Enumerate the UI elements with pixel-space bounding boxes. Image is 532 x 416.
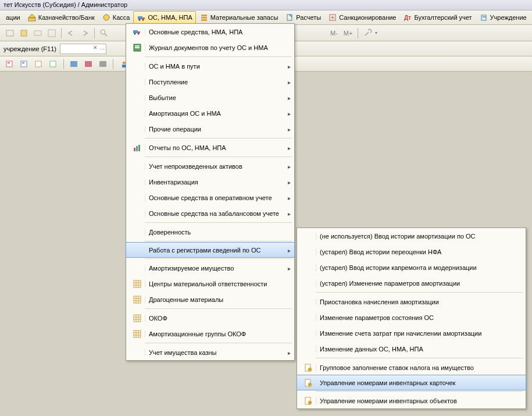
dropdown-arrow[interactable]: ▾ [375, 30, 377, 35]
icon-d[interactable] [47, 58, 60, 70]
submenu-item-8[interactable]: Групповое заполнение ставок налога на им… [297, 360, 526, 375]
icon-b[interactable] [18, 58, 31, 70]
menu-divider [145, 308, 292, 309]
submenu-arrow-icon [283, 163, 291, 170]
dropdown-item-2[interactable]: ОС и НМА в пути [126, 58, 294, 74]
dropdown-item-16[interactable]: Драгоценные материалы [126, 291, 294, 307]
dropdown-item-label: Журнал документов по учету ОС и НМА [145, 44, 291, 51]
svg-rect-8 [201, 19, 207, 21]
submenu-item-2[interactable]: (устарел) Ввод истории капремонта и моде… [297, 259, 526, 275]
tool-2[interactable] [17, 27, 30, 40]
submenu-item-10[interactable]: Управление номерами инвентарных объектов [297, 393, 526, 408]
sanction-icon [328, 13, 337, 22]
dropdown-item-label: Учет непроизведенных активов [145, 163, 283, 170]
icon-e[interactable] [67, 58, 80, 70]
svg-point-35 [138, 33, 140, 34]
dropdown-item-label: Основные средства в оперативном учете [145, 194, 283, 201]
submenu-item-3[interactable]: (устарел) Изменение параметров амортизац… [297, 275, 526, 291]
menu-item-sanction[interactable]: Санкционирование [324, 11, 399, 24]
tool-4[interactable] [45, 27, 58, 40]
submenu-arrow-icon [283, 144, 291, 151]
dropdown-item-14[interactable]: Амортизируемое имущество [126, 260, 294, 276]
tool-3[interactable] [31, 27, 44, 40]
stack-icon [199, 13, 209, 22]
dropdown-item-4[interactable]: Выбытие [126, 90, 294, 105]
icon-f[interactable] [82, 58, 95, 70]
dropdown-item-0[interactable]: Основные средства, НМА, НПА [126, 24, 294, 40]
submenu-item-0[interactable]: (не используется) Ввод истории амортизац… [297, 228, 526, 244]
submenu-arrow-icon [283, 179, 291, 186]
submenu-arrow-icon [283, 194, 291, 201]
dropdown-item-label: Основные средства на забалансовом учете [145, 210, 283, 217]
redo-button[interactable] [78, 27, 91, 40]
submenu-item-6[interactable]: Изменение счета затрат при начислении ам… [297, 325, 526, 341]
menu-item-accounting[interactable]: Дт Бухгалтерский учет [399, 11, 475, 24]
svg-rect-25 [50, 61, 56, 67]
dropdown-item-label: Амортизация ОС и НМА [145, 110, 283, 117]
submenu-item-5[interactable]: Изменение параметров состояния ОС [297, 310, 526, 325]
menu-divider [145, 56, 292, 57]
bank-icon [27, 13, 37, 22]
dropdown-item-3[interactable]: Поступление [126, 74, 294, 90]
dropdown-item-label: Инвентаризация [145, 179, 283, 186]
filter-input[interactable]: … ✕ [60, 44, 106, 54]
dropdown-item-6[interactable]: Прочие операции [126, 121, 294, 137]
grid-icon [130, 314, 145, 323]
svg-rect-21 [8, 62, 10, 63]
svg-rect-0 [28, 18, 35, 21]
submenu-item-4[interactable]: Приостановка начисления амортизации [297, 294, 526, 310]
svg-point-4 [139, 19, 141, 21]
icon-c[interactable] [33, 58, 45, 70]
menu-item-treasury[interactable]: Казначейство/Банк [24, 11, 98, 24]
dropdown-item-19[interactable]: Учет имущества казны [126, 344, 294, 360]
search-button[interactable] [98, 27, 110, 40]
menu-item-raschety[interactable]: Расчеты [281, 11, 324, 24]
dropdown-item-12[interactable]: Доверенность [126, 224, 294, 240]
org-icon [479, 13, 488, 22]
icon-g[interactable] [97, 58, 109, 70]
dropdown-item-11[interactable]: Основные средства на забалансовом учете [126, 205, 294, 221]
dropdown-item-18[interactable]: Амортизационные группы ОКОФ [126, 326, 294, 342]
submenu-item-label: Управление номерами инвентарных объектов [316, 397, 522, 404]
truck-icon [130, 27, 145, 37]
menu-item-materials[interactable]: Материальные запасы [196, 11, 282, 24]
menu-item-os-nma[interactable]: ОС, НМА, НПА [133, 11, 195, 24]
wrench-button[interactable] [361, 27, 374, 40]
svg-rect-38 [135, 47, 140, 48]
dropdown-item-10[interactable]: Основные средства в оперативном учете [126, 190, 294, 205]
menu-item-0[interactable]: ации [2, 12, 24, 23]
submenu-arrow-icon [283, 110, 291, 117]
submenu-item-1[interactable]: (устарел) Ввод истории переоценки НФА [297, 244, 526, 259]
menu-divider [316, 358, 523, 358]
svg-rect-40 [136, 146, 138, 151]
m-minus[interactable]: M- [328, 30, 340, 37]
submenu-item-7[interactable]: Изменение данных ОС, НМА, НПА [297, 341, 526, 357]
dropdown-item-13[interactable]: Работа с регистрами сведений по ОС [126, 242, 295, 258]
undo-button[interactable] [65, 27, 77, 40]
icon-a[interactable] [3, 58, 16, 70]
svg-point-1 [103, 15, 109, 20]
filter-label: учреждение (F11) [3, 45, 56, 52]
m-plus[interactable]: M+ [341, 30, 355, 37]
menu-item-org[interactable]: Учреждение [476, 11, 530, 24]
cash-icon [102, 13, 111, 22]
dropdown-item-label: Отчеты по ОС, НМА, НПА [145, 144, 283, 151]
dropdown-item-7[interactable]: Отчеты по ОС, НМА, НПА [126, 140, 294, 155]
submenu-item-label: (устарел) Ввод истории переоценки НФА [316, 248, 522, 255]
submenu-item-label: Групповое заполнение ставок налога на им… [316, 364, 522, 371]
dropdown-item-17[interactable]: ОКОФ [126, 310, 294, 326]
menu-divider [145, 138, 292, 138]
dropdown-item-label: ОС и НМА в пути [145, 63, 283, 70]
dropdown-item-15[interactable]: Центры материальной ответственности [126, 276, 294, 291]
menu-item-kassa[interactable]: Касса [98, 11, 134, 24]
dropdown-item-label: Амортизируемое имущество [145, 265, 283, 272]
dropdown-item-5[interactable]: Амортизация ОС и НМА [126, 105, 294, 121]
dropdown-item-8[interactable]: Учет непроизведенных активов [126, 158, 294, 174]
dropdown-item-label: Амортизационные группы ОКОФ [145, 330, 291, 337]
submenu-item-9[interactable]: Управление номерами инвентарных карточек [297, 375, 526, 390]
svg-rect-27 [85, 61, 92, 67]
dropdown-item-1[interactable]: Журнал документов по учету ОС и НМА [126, 40, 294, 55]
window-title: тет Искусств (Субсидия) / Администратор [0, 0, 532, 10]
tool-1[interactable] [3, 27, 16, 40]
dropdown-item-9[interactable]: Инвентаризация [126, 174, 294, 190]
